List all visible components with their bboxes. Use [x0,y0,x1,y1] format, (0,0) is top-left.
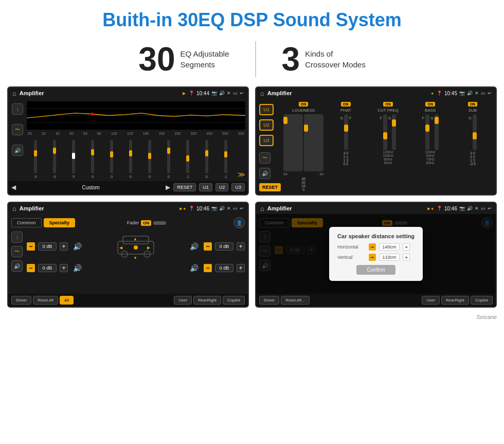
eq-wave-btn[interactable]: 〜 [12,124,23,135]
eq-u3-btn[interactable]: U3 [231,183,245,191]
cross-vol-btn[interactable]: 🔊 [259,168,271,179]
bass-slider-l[interactable] [425,114,429,150]
all-btn[interactable]: All [60,296,74,305]
bass-slider-r[interactable] [435,114,439,150]
copilot-btn-bl[interactable]: Copilot [223,296,245,305]
db-bot-left-minus[interactable]: − [27,264,35,272]
svg-text:▼: ▼ [133,256,137,260]
minimize-icon-br[interactable]: ▭ [481,206,485,211]
eq-slider-10[interactable]: -1 [217,140,235,179]
eq-slider-6[interactable]: 0 [140,140,158,179]
cross-reset-btn[interactable]: RESET [259,183,281,191]
close-icon-bl[interactable]: ✕ [227,206,231,211]
svg-point-4 [91,113,94,116]
rearright-btn[interactable]: RearRight [193,296,221,305]
close-icon[interactable]: ✕ [227,91,231,96]
minimize-icon[interactable]: ▭ [233,91,238,96]
cross-wave-btn[interactable]: 〜 [259,152,271,164]
loudness-slider-l[interactable] [283,114,303,171]
db-bot-right-minus[interactable]: − [204,264,212,272]
screen-speaker-br: ⌂ Amplifier ■ ● 📍 10:46 📷 🔊 ✕ ▭ ↩ Common… [255,202,497,308]
home-icon-tr[interactable]: ⌂ [260,90,264,97]
rearright-btn-br[interactable]: RearRight [441,296,469,305]
eq-slider-2[interactable]: 5 [65,140,83,179]
back-icon-bl[interactable]: ↩ [240,206,244,211]
db-top-right-plus[interactable]: + [237,242,245,251]
vertical-minus-btn[interactable]: − [369,254,376,261]
eq-chart [27,101,245,130]
eq-slider-9[interactable]: 0 [197,140,215,179]
speaker-icon-br: 🔊 [190,264,199,272]
minimize-icon-bl[interactable]: ▭ [233,206,238,211]
volume-icon-tr: 🔊 [467,91,473,96]
back-icon[interactable]: ↩ [240,91,244,96]
page-title: Buith-in 30EQ DSP Sound System [0,0,504,36]
phat-slider[interactable] [344,114,348,150]
eq-slider-4[interactable]: 0 [103,140,121,179]
db-bot-left-value: 0 dB [38,264,57,272]
user-btn-br[interactable]: User [422,296,440,305]
cutfreq-slider-l[interactable] [383,114,387,150]
eq-vol-btn[interactable]: 🔊 [12,145,23,156]
status-bar-bl: ⌂ Amplifier ■ ● 📍 10:46 📷 🔊 ✕ ▭ ↩ [8,203,248,214]
driver-btn-br[interactable]: Driver [259,296,279,305]
home-icon-br[interactable]: ⌂ [260,205,264,212]
eq-slider-3[interactable]: 0 [84,140,102,179]
fader-slider[interactable] [153,221,166,225]
home-icon[interactable]: ⌂ [12,90,16,97]
loudness-slider-r[interactable] [304,114,323,171]
eq-prev-btn[interactable]: ◀ [11,184,16,191]
eq-slider-7[interactable]: 0 [159,140,177,179]
db-top-right-minus[interactable]: − [204,242,212,251]
cross-col-cutfreq: ON CUT FREQ F G 120Hz 100Hz 80Hz [368,102,408,191]
eq-filter-btn[interactable]: ⫶ [12,103,23,115]
back-icon-tr[interactable]: ↩ [488,91,492,96]
spk-filter-icon[interactable]: ⫶ [11,232,23,243]
cross-u2-btn[interactable]: U2 [259,119,274,131]
camera-icon: 📷 [211,91,217,96]
copilot-btn-br[interactable]: Copilot [471,296,493,305]
dialog-box: Car speaker distance setting Horizontal … [329,227,423,281]
db-top-left-minus[interactable]: − [27,242,35,251]
cross-u3-btn[interactable]: U3 [259,135,274,146]
user-btn[interactable]: User [174,296,192,305]
dot-icon-br: ■ ● [427,206,434,211]
spk-wave-icon[interactable]: 〜 [11,246,23,257]
horizontal-plus-btn[interactable]: + [403,243,410,251]
confirm-btn[interactable]: Confirm [356,265,395,275]
eq-next-btn[interactable]: ▶ [166,184,170,191]
horizontal-minus-btn[interactable]: − [369,243,376,251]
spk-vol-icon[interactable]: 🔊 [11,260,23,272]
vertical-plus-btn[interactable]: + [403,254,410,261]
driver-btn[interactable]: Driver [11,296,31,305]
location-icon-tr: 📍 [437,91,442,96]
back-icon-br[interactable]: ↩ [488,206,492,211]
specialty-tab-bl[interactable]: Specialty [44,218,76,227]
home-icon-bl[interactable]: ⌂ [12,205,16,212]
eq-bottom-bar: ◀ Custom ▶ RESET U1 U2 U3 [8,181,248,193]
cutfreq-slider-r[interactable] [392,114,396,150]
eq-slider-0[interactable]: 0 [27,140,45,179]
close-icon-tr[interactable]: ✕ [475,91,479,96]
app-title-tl: Amplifier [20,90,179,96]
db-bot-left-plus[interactable]: + [60,264,68,272]
car-speaker-dialog: Car speaker distance setting Horizontal … [256,214,496,294]
minimize-icon-tr[interactable]: ▭ [481,91,485,96]
eq-u2-btn[interactable]: U2 [215,183,229,191]
rearleft-btn[interactable]: RearLeft [33,296,58,305]
eq-slider-1[interactable]: 0 [46,140,64,179]
close-icon-br[interactable]: ✕ [475,206,479,211]
common-tab-bl[interactable]: Common [11,218,42,227]
eq-slider-5[interactable]: 0 [122,140,140,179]
eq-slider-8[interactable]: -1 [178,140,196,179]
sub-slider[interactable] [473,114,477,150]
eq-reset-btn[interactable]: RESET [173,183,196,191]
svg-text:▶: ▶ [147,245,151,250]
cross-col-loudness: ON LOUDNESS 6464 48 32 [283,102,323,191]
db-top-left-plus[interactable]: + [60,242,68,251]
rearleft-btn-br[interactable]: RearLeft... [281,296,309,305]
cross-u1-btn[interactable]: U1 [259,104,274,115]
db-bot-right-plus[interactable]: + [237,264,245,272]
time-tl: 10:44 [196,91,209,96]
eq-u1-btn[interactable]: U1 [199,183,212,191]
